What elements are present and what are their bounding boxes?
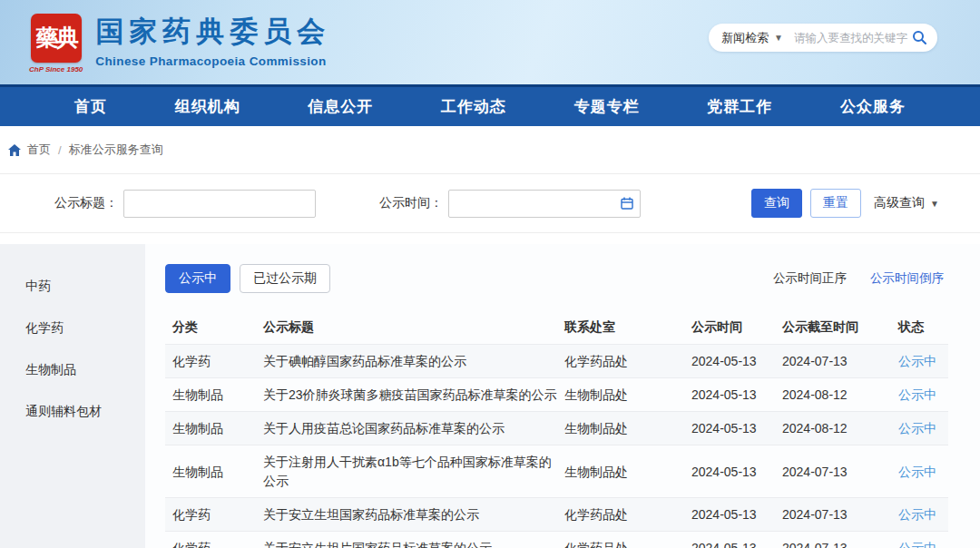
logo-seal-icon: 藥典 — [31, 14, 82, 63]
table-row: 化学药 关于安立生坦片国家药品标准草案的公示 化学药品处 2024-05-13 … — [165, 532, 948, 548]
cell-end-date: 2024-07-13 — [782, 445, 898, 498]
main-panel: 公示中 已过公示期 公示时间正序 公示时间倒序 分类 公示标题 联系处室 — [145, 244, 980, 548]
nav-item[interactable]: 公众服务 — [840, 96, 906, 117]
filter-time-input[interactable] — [448, 190, 641, 218]
breadcrumb: 首页 / 标准公示服务查询 — [0, 126, 980, 174]
category-sidebar: 中药 化学药 生物制品 通则辅料包材 — [0, 244, 145, 548]
advanced-search-label: 高级查询 — [874, 195, 925, 211]
sort-links: 公示时间正序 公示时间倒序 — [773, 270, 953, 287]
cell-office: 生物制品处 — [564, 412, 691, 445]
tab-group: 公示中 已过公示期 — [165, 264, 339, 293]
nav-item[interactable]: 工作动态 — [441, 96, 506, 117]
breadcrumb-home-link[interactable]: 首页 — [8, 142, 51, 158]
page-subtitle: Chinese Pharmacopoeia Commission — [95, 54, 330, 68]
col-header-end-date: 公示截至时间 — [782, 311, 898, 344]
status-link[interactable]: 公示中 — [898, 354, 936, 368]
cell-end-date: 2024-07-13 — [782, 497, 898, 531]
cell-category: 生物制品 — [165, 377, 256, 411]
nav-item[interactable]: 专题专栏 — [574, 96, 640, 117]
page-title: 国家药典委员会 — [95, 13, 330, 51]
chevron-down-icon: ▼ — [774, 33, 783, 43]
cell-end-date: 2024-08-12 — [782, 377, 898, 411]
nav-item[interactable]: 组织机构 — [175, 96, 240, 117]
cell-end-date: 2024-07-13 — [782, 532, 898, 548]
cell-publish-date: 2024-05-13 — [691, 412, 782, 445]
cell-publish-date: 2024-05-13 — [691, 377, 782, 411]
logo: 藥典 ChP Since 1950 — [29, 14, 83, 73]
cell-end-date: 2024-08-12 — [782, 412, 898, 445]
col-header-status: 状态 — [898, 311, 948, 344]
page: 藥典 ChP Since 1950 国家药典委员会 Chinese Pharma… — [0, 0, 980, 548]
cell-office: 生物制品处 — [564, 445, 691, 498]
header-search-bar: 新闻检索 ▼ — [709, 24, 937, 52]
cell-category: 化学药 — [165, 344, 256, 377]
cell-office: 化学药品处 — [564, 344, 691, 377]
cell-office: 化学药品处 — [564, 532, 691, 548]
cell-publish-date: 2024-05-13 — [691, 344, 782, 377]
col-header-publish-date: 公示时间 — [691, 311, 782, 344]
sidebar-item[interactable]: 通则辅料包材 — [0, 391, 145, 433]
search-category-label: 新闻检索 — [721, 30, 769, 46]
toolbar: 公示中 已过公示期 公示时间正序 公示时间倒序 — [165, 264, 953, 293]
site-header: 藥典 ChP Since 1950 国家药典委员会 Chinese Pharma… — [0, 0, 980, 84]
table-header: 分类 公示标题 联系处室 公示时间 公示截至时间 状态 — [165, 311, 948, 344]
logo-caption: ChP Since 1950 — [29, 65, 83, 73]
table-row: 生物制品 关于23价肺炎球菌多糖疫苗国家药品标准草案的公示 生物制品处 2024… — [165, 377, 948, 411]
cell-category: 生物制品 — [165, 412, 256, 445]
cell-title: 关于安立生坦国家药品标准草案的公示 — [256, 497, 564, 531]
nav-item[interactable]: 党群工作 — [707, 96, 772, 117]
sidebar-item[interactable]: 生物制品 — [0, 349, 145, 391]
cell-publish-date: 2024-05-13 — [691, 497, 782, 531]
search-icon[interactable] — [912, 30, 927, 45]
cell-office: 生物制品处 — [564, 377, 691, 411]
cell-title: 关于注射用人干扰素α1b等七个品种国家标准草案的公示 — [256, 445, 564, 498]
advanced-search-button[interactable]: 高级查询 ▼ — [874, 195, 939, 211]
content-area: 中药 化学药 生物制品 通则辅料包材 公示中 已过公示期 公示时间正序 — [0, 244, 980, 548]
status-link[interactable]: 公示中 — [898, 507, 936, 522]
nav-item[interactable]: 首页 — [74, 96, 107, 117]
filter-title-label: 公示标题： — [54, 195, 118, 211]
cell-category: 化学药 — [165, 532, 256, 548]
table-row: 生物制品 关于人用疫苗总论国家药品标准草案的公示 生物制品处 2024-05-1… — [165, 412, 948, 445]
cell-title: 关于人用疫苗总论国家药品标准草案的公示 — [256, 412, 564, 445]
breadcrumb-separator: / — [58, 143, 62, 157]
tab[interactable]: 公示中 — [165, 264, 230, 293]
cell-office: 化学药品处 — [564, 497, 691, 531]
filter-title-input[interactable] — [123, 190, 316, 218]
status-link[interactable]: 公示中 — [898, 421, 936, 435]
breadcrumb-current: 标准公示服务查询 — [69, 142, 163, 158]
search-category-dropdown[interactable]: 新闻检索 ▼ — [721, 30, 783, 46]
table-row: 化学药 关于碘帕醇国家药品标准草案的公示 化学药品处 2024-05-13 20… — [165, 344, 948, 377]
home-icon — [8, 144, 21, 156]
table-body: 化学药 关于碘帕醇国家药品标准草案的公示 化学药品处 2024-05-13 20… — [165, 344, 948, 548]
col-header-category: 分类 — [165, 311, 256, 344]
search-button[interactable]: 查询 — [751, 189, 802, 218]
chevron-down-icon: ▼ — [930, 199, 939, 209]
reset-button[interactable]: 重置 — [810, 189, 861, 218]
col-header-office: 联系处室 — [564, 311, 691, 344]
sidebar-item[interactable]: 化学药 — [0, 308, 145, 349]
filter-time-label: 公示时间： — [379, 195, 443, 211]
cell-category: 化学药 — [165, 497, 256, 531]
cell-title: 关于碘帕醇国家药品标准草案的公示 — [256, 344, 564, 377]
calendar-icon[interactable] — [621, 197, 633, 210]
sort-asc-link[interactable]: 公示时间正序 — [773, 270, 847, 287]
filter-bar: 公示标题： 公示时间： 查询 重置 高级查询 ▼ — [0, 174, 980, 233]
sort-desc-link[interactable]: 公示时间倒序 — [870, 270, 944, 287]
cell-publish-date: 2024-05-13 — [691, 445, 782, 498]
header-search-input[interactable] — [794, 32, 908, 44]
cell-title: 关于安立生坦片国家药品标准草案的公示 — [256, 532, 564, 548]
breadcrumb-home-label: 首页 — [27, 142, 51, 158]
site-title-block: 国家药典委员会 Chinese Pharmacopoeia Commission — [95, 13, 330, 68]
nav-item[interactable]: 信息公开 — [308, 96, 373, 117]
results-table: 分类 公示标题 联系处室 公示时间 公示截至时间 状态 化学药 关于碘帕醇国家药… — [165, 311, 948, 548]
status-link[interactable]: 公示中 — [898, 541, 936, 548]
status-link[interactable]: 公示中 — [898, 465, 936, 479]
cell-end-date: 2024-07-13 — [782, 344, 898, 377]
table-row: 化学药 关于安立生坦国家药品标准草案的公示 化学药品处 2024-05-13 2… — [165, 497, 948, 531]
cell-title: 关于23价肺炎球菌多糖疫苗国家药品标准草案的公示 — [256, 377, 564, 411]
status-link[interactable]: 公示中 — [898, 387, 936, 402]
cell-category: 生物制品 — [165, 445, 256, 498]
sidebar-item[interactable]: 中药 — [0, 266, 145, 308]
tab[interactable]: 已过公示期 — [240, 264, 330, 293]
